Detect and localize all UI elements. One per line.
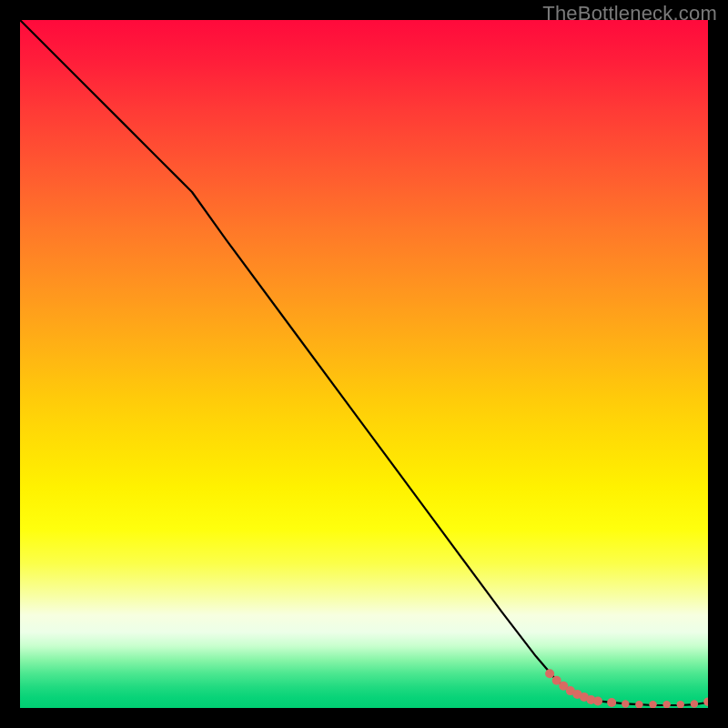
curve-svg	[20, 20, 708, 708]
tail-dot	[607, 698, 616, 707]
tail-dot	[593, 696, 602, 705]
plot-area	[20, 20, 708, 708]
tail-dot	[662, 701, 670, 708]
chart-stage: TheBottleneck.com	[0, 0, 728, 728]
tail-dot	[691, 700, 698, 707]
tail-dot	[677, 701, 684, 708]
tail-dot	[622, 700, 629, 707]
bottleneck-curve	[20, 20, 708, 705]
tail-dot	[649, 701, 656, 708]
tail-dots-group	[545, 669, 708, 708]
tail-dot	[635, 701, 642, 708]
tail-dot	[545, 669, 554, 678]
tail-dot	[703, 697, 708, 706]
